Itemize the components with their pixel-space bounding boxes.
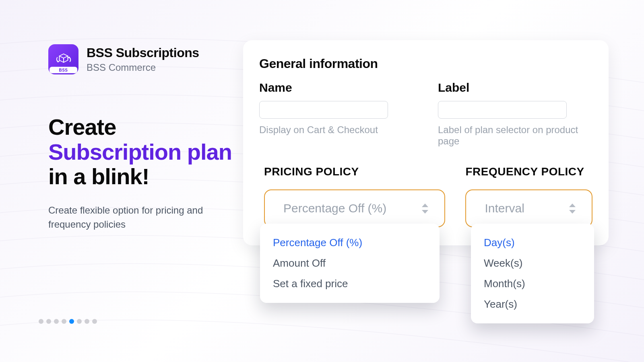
label-hint: Label of plan selector on product page <box>438 124 592 147</box>
card-title: General information <box>259 56 592 71</box>
pagination-dot[interactable] <box>46 319 51 324</box>
page-headline: Create Subscription plan in a blink! <box>48 115 233 189</box>
pricing-policy-group: PRICING POLICY Percentage Off (%) <box>264 165 445 227</box>
app-subtitle: BSS Commerce <box>87 62 199 73</box>
pagination-dot[interactable] <box>77 319 82 324</box>
stepper-icon <box>420 202 430 215</box>
app-logo: BSS <box>48 44 78 74</box>
pricing-option[interactable]: Set a fixed price <box>260 274 440 294</box>
pagination-dot[interactable] <box>39 319 43 324</box>
sub-headline: Create flexible option for pricing and f… <box>48 204 233 232</box>
pagination-dot[interactable] <box>85 319 89 324</box>
logo-badge: BSS <box>50 67 77 73</box>
pricing-policy-title: PRICING POLICY <box>264 165 445 178</box>
plan-form-card: General information Name Display on Cart… <box>243 40 609 245</box>
pagination-dots <box>39 319 97 324</box>
name-label: Name <box>259 81 414 95</box>
pagination-dot[interactable] <box>92 319 97 324</box>
box-refresh-icon <box>55 51 72 68</box>
stepper-icon <box>568 202 577 215</box>
label-label: Label <box>438 81 592 95</box>
name-hint: Display on Cart & Checkout <box>259 124 414 136</box>
app-logo-block: BSS BSS Subscriptions BSS Commerce <box>48 44 233 74</box>
name-input[interactable] <box>259 101 388 119</box>
pricing-policy-select[interactable]: Percentage Off (%) <box>264 189 445 227</box>
marketing-panel: BSS BSS Subscriptions BSS Commerce Creat… <box>48 44 233 231</box>
frequency-option[interactable]: Day(s) <box>471 232 594 253</box>
app-title: BSS Subscriptions <box>87 45 199 60</box>
name-field-group: Name Display on Cart & Checkout <box>259 81 414 147</box>
frequency-policy-select[interactable]: Interval <box>465 189 592 227</box>
frequency-policy-value: Interval <box>485 202 524 215</box>
headline-part3: in a blink! <box>48 164 149 189</box>
label-input[interactable] <box>438 101 567 119</box>
frequency-policy-title: FREQUENCY POLICY <box>465 165 592 178</box>
headline-accent: Subscription plan <box>48 139 232 165</box>
frequency-option[interactable]: Year(s) <box>471 294 594 315</box>
pagination-dot[interactable] <box>54 319 59 324</box>
pagination-dot[interactable] <box>69 319 74 324</box>
headline-part1: Create <box>48 114 116 140</box>
pricing-options-dropdown: Percentage Off (%) Amount Off Set a fixe… <box>260 224 440 303</box>
frequency-policy-group: FREQUENCY POLICY Interval <box>465 165 592 227</box>
label-field-group: Label Label of plan selector on product … <box>438 81 592 147</box>
pricing-policy-value: Percentage Off (%) <box>283 202 386 215</box>
frequency-options-dropdown: Day(s) Week(s) Month(s) Year(s) <box>471 224 594 323</box>
frequency-option[interactable]: Week(s) <box>471 253 594 274</box>
pagination-dot[interactable] <box>62 319 66 324</box>
frequency-option[interactable]: Month(s) <box>471 274 594 294</box>
pricing-option[interactable]: Percentage Off (%) <box>260 232 440 253</box>
pricing-option[interactable]: Amount Off <box>260 253 440 274</box>
